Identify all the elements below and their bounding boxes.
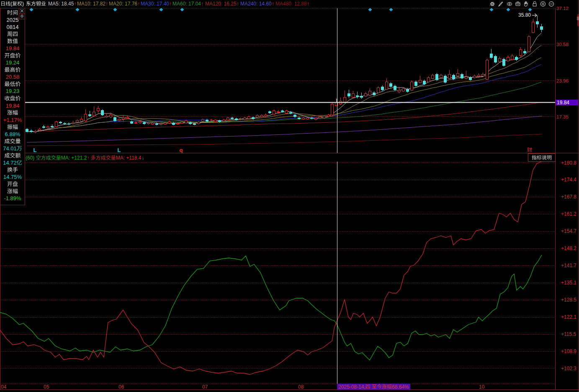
svg-text:30.58: 30.58 [556, 42, 569, 47]
svg-text:06: 06 [118, 384, 124, 390]
svg-text:MA60: 17.04: MA60: 17.04 [172, 1, 201, 7]
svg-text:-1.89%: -1.89% [4, 195, 21, 201]
svg-text:+180.8: +180.8 [561, 160, 576, 166]
svg-text:MA30: 17.40: MA30: 17.40 [141, 1, 169, 7]
svg-text:↑: ↑ [137, 1, 140, 7]
svg-text:↑: ↑ [169, 1, 172, 7]
svg-text:+154.7: +154.7 [561, 228, 576, 234]
svg-text:08: 08 [298, 384, 304, 390]
svg-text:05: 05 [44, 384, 49, 390]
svg-text:+135.1: +135.1 [561, 280, 576, 286]
svg-text:+108.9: +108.9 [561, 348, 576, 354]
svg-text:MA120: 16.25: MA120: 16.25 [205, 1, 237, 7]
svg-text:+1.17%: +1.17% [3, 117, 22, 123]
svg-text:23.96: 23.96 [556, 78, 569, 83]
svg-text:6.88%: 6.88% [5, 131, 21, 137]
svg-text:MA240: 14.60: MA240: 14.60 [240, 1, 272, 7]
svg-text:10: 10 [479, 384, 485, 390]
svg-text:↑: ↑ [201, 1, 203, 7]
svg-text:14.75%: 14.75% [3, 174, 22, 180]
svg-text:MA: +121.2: MA: +121.2 [61, 155, 87, 161]
svg-text:MA480: 12.88: MA480: 12.88 [275, 1, 307, 7]
svg-text:MA10: 17.82: MA10: 17.82 [77, 1, 106, 7]
svg-text:↑: ↑ [307, 1, 309, 7]
svg-text:↑: ↑ [74, 1, 76, 7]
svg-text:2025-08-14,: 2025-08-14, [338, 384, 365, 390]
svg-text:(: ( [10, 1, 12, 7]
svg-text:19.84: 19.84 [6, 103, 20, 109]
svg-text:37.12: 37.12 [556, 6, 569, 11]
svg-text:19.84: 19.84 [557, 100, 569, 106]
svg-text:↑: ↑ [237, 1, 239, 7]
svg-text:17.35: 17.35 [556, 114, 569, 119]
svg-text:+115.5: +115.5 [561, 331, 576, 337]
svg-text:19.24: 19.24 [6, 59, 20, 66]
svg-text:↓: ↓ [142, 155, 144, 161]
svg-text:MA: +118.4: MA: +118.4 [116, 155, 142, 161]
svg-text:MA5: 18.45: MA5: 18.45 [48, 1, 74, 7]
svg-text:q: q [179, 147, 183, 153]
svg-text:04: 04 [1, 384, 7, 390]
svg-text:+122.1: +122.1 [561, 314, 576, 320]
svg-text:14.72: 14.72 [3, 160, 17, 166]
svg-text:+161.2: +161.2 [561, 211, 576, 217]
svg-text:+141.7: +141.7 [561, 263, 576, 268]
svg-text:(60): (60) [26, 155, 36, 161]
svg-text:+174.4: +174.4 [561, 177, 576, 183]
svg-text:74.01: 74.01 [3, 145, 17, 152]
svg-text:↑: ↑ [106, 1, 108, 7]
svg-text:+148.2: +148.2 [561, 245, 576, 251]
svg-text:07: 07 [202, 384, 208, 390]
svg-text:L: L [117, 147, 121, 153]
svg-text:19.23: 19.23 [6, 88, 20, 94]
svg-text:68.64%: 68.64% [392, 384, 409, 390]
svg-text:L: L [33, 147, 36, 153]
svg-text:+102.3: +102.3 [561, 366, 576, 371]
svg-text:↑: ↑ [272, 1, 274, 7]
svg-text:MA20: 17.76: MA20: 17.76 [109, 1, 137, 7]
svg-text:+128.5: +128.5 [561, 297, 576, 303]
svg-text:): ) [22, 1, 24, 7]
svg-text:35.80: 35.80 [518, 12, 531, 18]
svg-text:0814: 0814 [7, 24, 19, 30]
svg-text:19.84: 19.84 [6, 45, 20, 52]
svg-text:2025: 2025 [7, 17, 19, 23]
svg-text:20.58: 20.58 [6, 74, 20, 80]
svg-text:+167.8: +167.8 [561, 194, 576, 200]
